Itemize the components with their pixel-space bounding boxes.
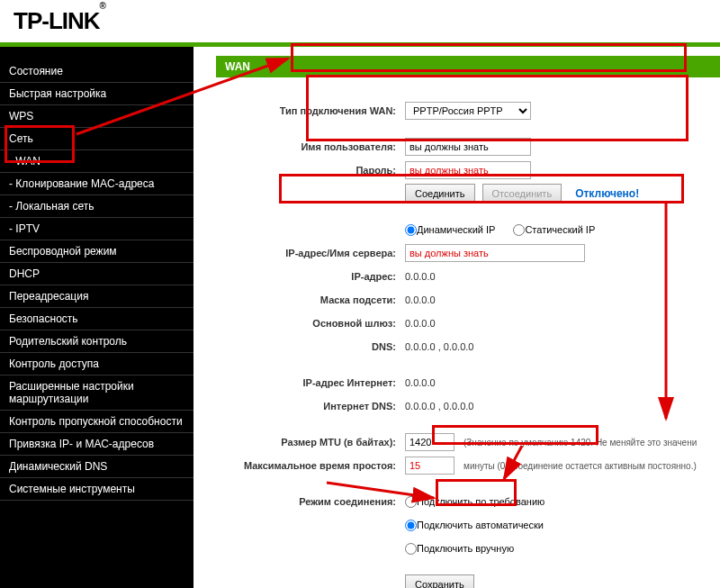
password-input[interactable] <box>405 161 531 179</box>
connmode-manual-radio[interactable] <box>405 543 417 555</box>
sidebar-item-ddns[interactable]: Динамический DNS <box>0 456 194 478</box>
inetip-label: IP-адрес Интернет: <box>216 377 405 388</box>
sidebar-item-forwarding[interactable]: Переадресация <box>0 285 194 308</box>
connmode-demand-radio[interactable] <box>405 496 417 508</box>
mtu-hint: (Значение по умолчанию 1420. Не меняйте … <box>464 438 697 448</box>
inetdns-label: Интернет DNS: <box>216 401 405 412</box>
static-ip-radio[interactable] <box>513 224 525 236</box>
dynamic-ip-label: Динамический IP <box>417 224 495 235</box>
sidebar-item-parental[interactable]: Родительский контроль <box>0 330 194 353</box>
sidebar-item-wireless[interactable]: Беспроводной режим <box>0 240 194 263</box>
sidebar-item-dhcp[interactable]: DHCP <box>0 263 194 285</box>
username-input[interactable] <box>405 138 531 156</box>
inetip-value: 0.0.0.0 <box>405 377 436 388</box>
dns-label: DNS: <box>216 341 405 352</box>
inetdns-value: 0.0.0.0 , 0.0.0.0 <box>405 401 473 412</box>
sidebar-item-quicksetup[interactable]: Быстрая настройка <box>0 83 194 105</box>
mtu-input[interactable] <box>405 433 454 451</box>
sidebar-item-network[interactable]: Сеть <box>0 128 194 150</box>
sidebar-item-wan[interactable]: - WAN <box>0 150 194 173</box>
wan-type-select[interactable]: PPTP/Россия PPTP <box>405 102 531 120</box>
content-area: WAN Тип подключения WAN: PPTP/Россия PPT… <box>194 47 720 588</box>
sidebar-item-access[interactable]: Контроль доступа <box>0 353 194 375</box>
wan-form: Тип подключения WAN: PPTP/Россия PPTP Им… <box>216 100 720 588</box>
sidebar-item-routing[interactable]: Расширенные настройки маршрутизации <box>0 375 194 411</box>
connmode-label: Режим соединения: <box>216 496 405 507</box>
sidebar-item-wps[interactable]: WPS <box>0 105 194 128</box>
gateway-value: 0.0.0.0 <box>405 318 436 329</box>
header: TP-LINK® <box>0 0 720 47</box>
sidebar-item-ipmac[interactable]: Привязка IP- и МАС-адресов <box>0 433 194 456</box>
ip-value: 0.0.0.0 <box>405 271 436 282</box>
dynamic-ip-radio[interactable] <box>405 224 417 236</box>
connection-status: Отключено! <box>575 187 639 200</box>
password-label: Пароль: <box>216 165 405 176</box>
dns-value: 0.0.0.0 , 0.0.0.0 <box>405 341 473 352</box>
idle-input[interactable] <box>405 457 454 475</box>
username-label: Имя пользователя: <box>216 141 405 152</box>
mtu-label: Размер MTU (в байтах): <box>216 437 405 448</box>
sidebar-item-system[interactable]: Системные инструменты <box>0 478 194 501</box>
connmode-demand-label: Подключить по требованию <box>417 496 544 507</box>
idle-label: Максимальное время простоя: <box>216 460 405 471</box>
brand-logo: TP-LINK® <box>14 7 105 34</box>
sidebar: Состояние Быстрая настройка WPS Сеть - W… <box>0 47 194 588</box>
ip-label: IP-адрес: <box>216 271 405 282</box>
sidebar-item-macclone[interactable]: - Клонирование MAC-адреса <box>0 173 194 195</box>
connmode-auto-label: Подключить автоматически <box>417 520 544 530</box>
page-title: WAN <box>216 56 720 77</box>
sidebar-item-bandwidth[interactable]: Контроль пропускной способности <box>0 411 194 433</box>
server-label: IP-адрес/Имя сервера: <box>216 248 405 258</box>
static-ip-label: Статический IP <box>525 224 595 235</box>
save-button[interactable]: Сохранить <box>405 574 474 588</box>
wan-type-label: Тип подключения WAN: <box>216 105 405 116</box>
connect-button[interactable]: Соединить <box>405 184 475 204</box>
mask-value: 0.0.0.0 <box>405 294 436 305</box>
disconnect-button[interactable]: Отсоединить <box>482 184 562 204</box>
mask-label: Маска подсети: <box>216 294 405 305</box>
sidebar-item-status[interactable]: Состояние <box>0 60 194 83</box>
connmode-auto-radio[interactable] <box>405 520 417 531</box>
idle-hint: минуты (0 - соединение остается активным… <box>464 461 697 471</box>
server-input[interactable] <box>405 244 585 262</box>
sidebar-item-iptv[interactable]: - IPTV <box>0 218 194 240</box>
sidebar-item-security[interactable]: Безопасность <box>0 308 194 330</box>
sidebar-item-lan[interactable]: - Локальная сеть <box>0 195 194 218</box>
gateway-label: Основной шлюз: <box>216 318 405 329</box>
connmode-manual-label: Подключить вручную <box>417 543 514 554</box>
